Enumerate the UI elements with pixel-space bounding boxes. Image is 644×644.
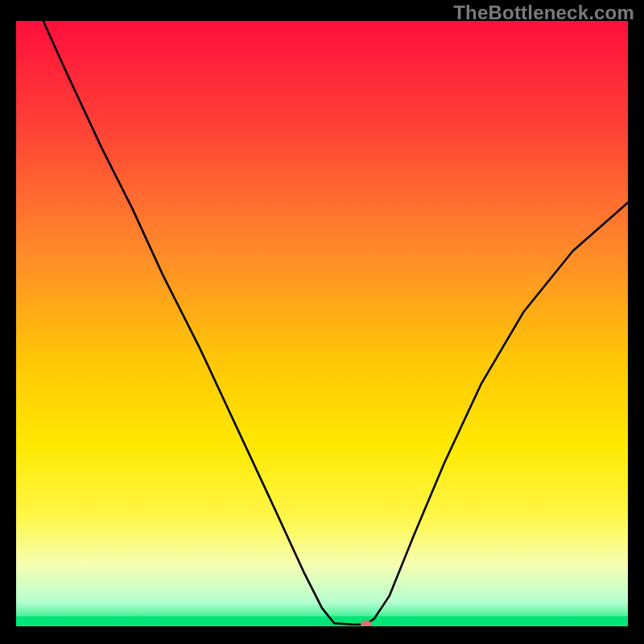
chart-svg [16,21,628,626]
plot-area [16,21,628,626]
chart-container: TheBottleneck.com [0,0,644,644]
chart-background [16,21,628,626]
